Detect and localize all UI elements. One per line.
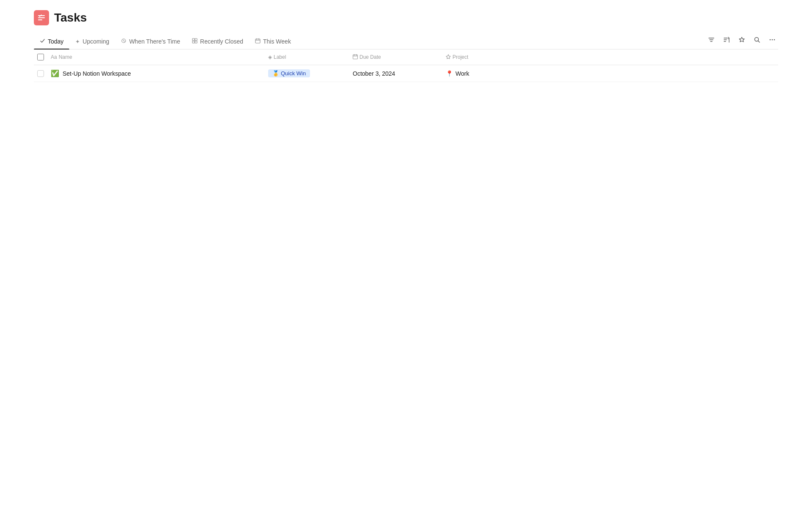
svg-rect-4 [195, 38, 197, 41]
row-project-cell[interactable]: 📍 Work [442, 67, 561, 80]
svg-point-21 [770, 39, 771, 41]
tab-upcoming[interactable]: ✦ Upcoming [69, 34, 115, 49]
label-badge[interactable]: 🥇 Quick Win [268, 69, 310, 77]
row-due-date-cell: October 3, 2024 [349, 67, 442, 80]
row-label-cell: 🥇 Quick Win [265, 66, 349, 81]
header-label-label: Label [274, 54, 286, 60]
page-header: Tasks [34, 10, 778, 25]
select-all-checkbox[interactable] [37, 54, 44, 60]
recently-closed-tab-icon [192, 38, 198, 45]
tab-this-week-label: This Week [263, 38, 291, 45]
name-col-icon: Aa [51, 54, 57, 60]
task-project: Work [455, 70, 469, 77]
label-emoji: 🥇 [272, 70, 279, 77]
row-checkbox-cell [34, 67, 47, 80]
page-title: Tasks [54, 11, 87, 25]
tabs-left: Today ✦ Upcoming When There's Time [34, 34, 297, 49]
tab-today[interactable]: Today [34, 34, 69, 49]
header-name: Aa Name [47, 52, 265, 62]
completed-icon: ✅ [51, 69, 59, 77]
svg-rect-1 [38, 17, 45, 18]
this-week-tab-icon [255, 38, 261, 45]
svg-point-22 [772, 39, 773, 41]
more-button[interactable] [766, 34, 778, 46]
page-icon [34, 10, 49, 25]
tab-this-week[interactable]: This Week [249, 34, 297, 49]
svg-rect-24 [353, 55, 358, 59]
project-pin-icon: 📍 [446, 70, 453, 77]
header-due-date-label: Due Date [359, 54, 381, 60]
due-date-col-icon [353, 54, 358, 60]
svg-rect-6 [195, 41, 197, 43]
tab-when-theres-time-label: When There's Time [129, 38, 180, 45]
svg-marker-18 [739, 37, 744, 42]
svg-point-23 [774, 39, 775, 41]
tab-when-theres-time[interactable]: When There's Time [115, 34, 186, 49]
task-name: Set-Up Notion Workspace [63, 70, 131, 77]
header-checkbox-cell [34, 52, 47, 62]
svg-rect-3 [192, 38, 195, 41]
svg-rect-5 [192, 41, 195, 43]
tab-recently-closed[interactable]: Recently Closed [186, 34, 249, 49]
label-col-icon: ◈ [268, 54, 272, 60]
task-table: Aa Name ◈ Label Due Date [34, 49, 778, 82]
row-name-cell[interactable]: ✅ Set-Up Notion Workspace [47, 66, 265, 81]
header-due-date: Due Date [349, 52, 442, 62]
upcoming-tab-icon: ✦ [75, 38, 80, 45]
header-extra [561, 55, 778, 59]
row-checkbox[interactable] [37, 70, 44, 77]
when-theres-time-tab-icon [121, 38, 126, 45]
sort-button[interactable] [721, 34, 732, 46]
tab-today-label: Today [48, 38, 63, 45]
header-name-label: Name [59, 54, 72, 60]
tab-upcoming-label: Upcoming [82, 38, 109, 45]
search-button[interactable] [751, 34, 763, 46]
svg-line-20 [758, 41, 760, 43]
label-text: Quick Win [281, 70, 306, 77]
table-header: Aa Name ◈ Label Due Date [34, 49, 778, 65]
tabs-bar: Today ✦ Upcoming When There's Time [34, 34, 778, 49]
header-label: ◈ Label [265, 52, 349, 62]
table-row: ✅ Set-Up Notion Workspace 🥇 Quick Win Oc… [34, 65, 778, 82]
today-tab-icon [40, 38, 45, 45]
filter-button[interactable] [705, 34, 717, 46]
task-due-date: October 3, 2024 [353, 70, 395, 77]
project-col-icon [446, 54, 451, 60]
automation-button[interactable] [736, 34, 748, 46]
toolbar-right [705, 34, 778, 49]
header-project-label: Project [453, 54, 468, 60]
header-project: Project [442, 52, 561, 62]
svg-rect-7 [255, 39, 260, 43]
tab-recently-closed-label: Recently Closed [200, 38, 243, 45]
svg-rect-2 [38, 19, 42, 20]
